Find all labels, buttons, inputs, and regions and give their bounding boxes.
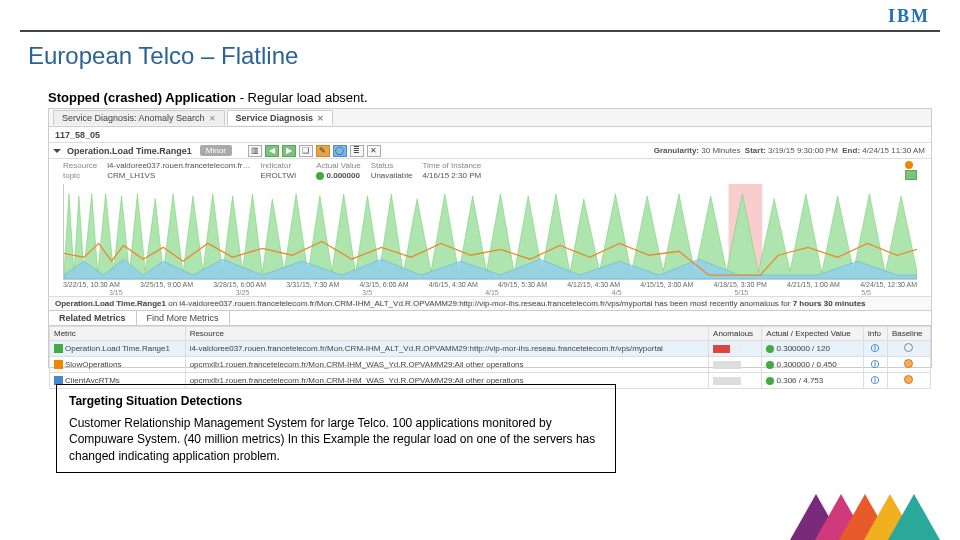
info-icon[interactable]: ⓘ (871, 360, 879, 369)
breadcrumb-row: 117_58_05 (49, 127, 931, 143)
anomaly-spark-icon (713, 361, 741, 369)
time-range-info: Granularity: 30 Minutes Start: 3/19/15 9… (654, 146, 925, 155)
metric-header-row: Operation.Load Time.Range1 Minor ▥ ◀ ▶ ❏… (49, 143, 931, 159)
tool-icon[interactable]: ≣ (350, 145, 364, 157)
xaxis-tick: 4/12/15, 4:30 AM (567, 281, 620, 288)
tab-find-more-metrics[interactable]: Find More Metrics (137, 311, 230, 325)
legend-icon (905, 170, 917, 180)
subtitle-bold: Stopped (crashed) Application (48, 90, 236, 105)
anomaly-duration: 7 hours 30 minutes (793, 299, 866, 308)
indicator-value: EROLTWI (260, 171, 296, 180)
xaxis-tick: 4/9/15, 5:30 AM (498, 281, 547, 288)
related-tabs: Related Metrics Find More Metrics (49, 310, 931, 326)
topic-value: CRM_LH1VS (107, 171, 250, 180)
meta-label: Indicator (260, 161, 296, 170)
xaxis-tick: 4/24/15, 12:30 AM (860, 281, 917, 288)
anomaly-spark-icon (713, 345, 741, 353)
tool-icon[interactable]: ▥ (248, 145, 262, 157)
tab-label: Service Diagnosis: Anomaly Search (62, 113, 205, 123)
xaxis-tick: 3/28/15, 6:00 AM (213, 281, 266, 288)
table-row[interactable]: SlowOperationsopcmxlb1.rouen.francetelec… (50, 357, 931, 373)
timeseries-chart[interactable] (63, 184, 917, 280)
table-header[interactable]: Actual / Expected Value (762, 327, 863, 341)
anomaly-body: on l4-valdoree037.rouen.francetelecom.fr… (166, 299, 793, 308)
tab-anomaly-search[interactable]: Service Diagnosis: Anomaly Search ✕ (53, 110, 225, 125)
tab-bar: Service Diagnosis: Anomaly Search ✕ Serv… (49, 109, 931, 127)
table-header[interactable]: Baseline (887, 327, 930, 341)
chart-xaxis-weeks: 3/153/253/54/154/55/155/5 (49, 288, 931, 296)
info-icon[interactable]: ⓘ (871, 344, 879, 353)
page-title: European Telco – Flatline (28, 42, 298, 70)
meta-label: Resource (63, 161, 97, 170)
resource-value: l4-valdoree037.rouen.francetelecom.fr… (107, 161, 250, 170)
ibm-logo-text: IBM (888, 6, 930, 26)
table-header[interactable]: Anomalous (709, 327, 762, 341)
tab-label: Service Diagnosis (236, 113, 314, 123)
breadcrumb: 117_58_05 (55, 130, 100, 140)
tool-icon[interactable]: ◯ (333, 145, 347, 157)
brand-logo: IBM (888, 6, 930, 27)
xaxis-week-tick: 4/5 (612, 289, 622, 296)
xaxis-week-tick: 3/25 (236, 289, 250, 296)
annotation-heading: Targeting Situation Detections (69, 393, 603, 409)
fwd-icon[interactable]: ▶ (282, 145, 296, 157)
xaxis-tick: 3/31/15, 7:30 AM (286, 281, 339, 288)
baseline-icon[interactable] (904, 359, 913, 368)
table-header[interactable]: Resource (185, 327, 708, 341)
metric-color-icon (54, 344, 63, 353)
actual-value: 0.000000 (327, 171, 360, 180)
tool-icon[interactable]: ❏ (299, 145, 313, 157)
xaxis-tick: 4/18/15, 3:30 PM (713, 281, 766, 288)
xaxis-week-tick: 5/5 (861, 289, 871, 296)
gran-value: 30 Minutes (701, 146, 740, 155)
close-icon[interactable]: ✕ (317, 114, 324, 123)
meta-label: Actual Value (316, 161, 360, 170)
metrics-table: MetricResourceAnomalousActual / Expected… (49, 326, 931, 389)
header-rule (20, 30, 940, 32)
severity-badge: Minor (200, 145, 232, 156)
expand-icon[interactable] (53, 149, 61, 153)
meta-label: topic (63, 171, 80, 180)
baseline-icon[interactable] (904, 375, 913, 384)
status-dot-icon (766, 345, 774, 353)
start-value: 3/19/15 9:30:00 PM (768, 146, 838, 155)
app-screenshot: Service Diagnosis: Anomaly Search ✕ Serv… (48, 108, 932, 368)
xaxis-tick: 3/25/15, 9:00 AM (140, 281, 193, 288)
info-icon[interactable]: ⓘ (871, 376, 879, 385)
xaxis-week-tick: 5/15 (735, 289, 749, 296)
status-dot-icon (766, 377, 774, 385)
table-header[interactable]: Metric (50, 327, 186, 341)
xaxis-week-tick: 3/5 (362, 289, 372, 296)
xaxis-tick: 3/22/15, 10:30 AM (63, 281, 120, 288)
anomaly-metric: Operation.Load Time.Range1 (55, 299, 166, 308)
anomaly-spark-icon (713, 377, 741, 385)
back-icon[interactable]: ◀ (265, 145, 279, 157)
tab-service-diagnosis[interactable]: Service Diagnosis ✕ (227, 110, 334, 125)
table-header[interactable]: Info (863, 327, 887, 341)
xaxis-tick: 4/3/15, 6:00 AM (359, 281, 408, 288)
tool-icon[interactable]: ✎ (316, 145, 330, 157)
subtitle-rest: - Regular load absent. (236, 90, 368, 105)
legend-dot-icon (905, 161, 913, 169)
gran-label: Granularity: (654, 146, 699, 155)
close-icon[interactable]: ✕ (209, 114, 216, 123)
xaxis-tick: 4/21/15, 1:00 AM (787, 281, 840, 288)
baseline-icon[interactable] (904, 343, 913, 352)
time-value: 4/16/15 2:30 PM (422, 171, 481, 180)
tab-related-metrics[interactable]: Related Metrics (49, 311, 137, 325)
xaxis-tick: 4/6/15, 4:30 AM (429, 281, 478, 288)
table-header-row: MetricResourceAnomalousActual / Expected… (50, 327, 931, 341)
annotation-body: Customer Relationship Management System … (69, 415, 603, 464)
start-label: Start: (745, 146, 766, 155)
xaxis-week-tick: 3/15 (109, 289, 123, 296)
status-dot-icon (316, 172, 324, 180)
metric-meta: Resource topic l4-valdoree037.rouen.fran… (49, 159, 931, 182)
tool-icon[interactable]: ✕ (367, 145, 381, 157)
status-value: Unavailable (371, 171, 413, 180)
chart-xaxis: 3/22/15, 10:30 AM3/25/15, 9:00 AM3/28/15… (49, 280, 931, 288)
meta-label: Time of Instance (422, 161, 481, 170)
table-row[interactable]: Operation.Load Time.Range1l4-valdoree037… (50, 341, 931, 357)
end-value: 4/24/15 11:30 AM (862, 146, 925, 155)
meta-label: Status (371, 161, 413, 170)
status-dot-icon (766, 361, 774, 369)
